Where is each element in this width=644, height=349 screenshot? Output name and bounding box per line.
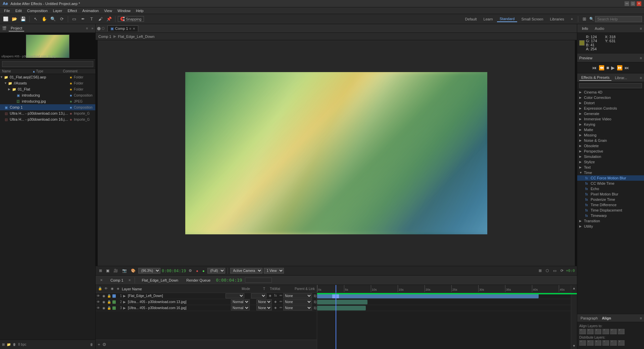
category-matte-row[interactable]: ▶ Matte — [577, 127, 644, 132]
kf-bar-2[interactable] — [317, 300, 367, 304]
viewer-reset-btn[interactable]: ⊞ — [98, 268, 103, 274]
category-generate-row[interactable]: ▶ Generate — [577, 111, 644, 116]
layer-1-parent[interactable]: None — [283, 293, 313, 298]
comp1-close[interactable]: ✕ — [133, 27, 135, 31]
layer-3-expand[interactable]: ▶ — [123, 306, 127, 310]
preview-prev-btn[interactable]: ⏪ — [599, 65, 604, 70]
menu-file[interactable]: File — [1, 8, 13, 13]
layer-2-parent[interactable]: None — [283, 299, 313, 304]
layer-row-3[interactable]: 👁 ◉ 🔒 3 ▶ [Ultra... #05 - p30download.co… — [96, 305, 317, 311]
rect-tool[interactable]: ▭ — [70, 15, 78, 23]
effect-time-difference[interactable]: fx Time Difference — [577, 202, 644, 208]
viewer-color-btn[interactable]: ● — [195, 268, 200, 274]
dist-top-btn[interactable]: ⬛ — [602, 340, 609, 346]
layer-3-trkmat-select[interactable]: None — [256, 305, 272, 310]
project-tab[interactable]: Project — [9, 25, 24, 32]
playhead[interactable] — [336, 285, 336, 293]
camera-rotate-tool[interactable]: ⟳ — [58, 15, 65, 23]
layer-2-trkmat[interactable]: None — [256, 299, 273, 304]
dist-vcenter-btn[interactable]: ⬛ — [610, 340, 617, 346]
project-item-ultra16[interactable]: ▨ Ultra H... - p30download.com 16.jpg ■I… — [0, 116, 95, 122]
viewer-region-btn[interactable]: ▭ — [552, 268, 558, 274]
layer-1-mode[interactable] — [226, 293, 246, 298]
search-input[interactable] — [595, 16, 642, 22]
timeline-collapse-btn[interactable]: ▼ — [573, 344, 576, 348]
project-item-assets[interactable]: ▼ 📁 //Assets ■Folder — [0, 80, 95, 86]
view-dropdown[interactable]: 1 View — [264, 268, 284, 274]
save-button[interactable]: 💾 — [19, 15, 27, 23]
layer-1-expand[interactable]: ▶ — [123, 294, 127, 298]
timeline-menu-icon[interactable]: ≡ — [129, 278, 131, 282]
align-menu-icon[interactable]: ≡ — [640, 316, 642, 320]
preview-first-btn[interactable]: ⏮ — [592, 65, 597, 70]
info-tab[interactable]: Info — [579, 26, 591, 31]
menu-animation[interactable]: Animation — [80, 8, 101, 13]
effects-search-input[interactable] — [579, 83, 642, 88]
project-search-input[interactable] — [2, 61, 93, 67]
layer-2-pencil-icon[interactable]: ✏ — [279, 300, 283, 304]
menu-edit[interactable]: Edit — [13, 8, 24, 13]
category-colorcorrection-row[interactable]: ▶ Color Correction — [577, 95, 644, 100]
effect-posterize-time[interactable]: fx Posterize Time — [577, 197, 644, 202]
project-item-introducing-jpg[interactable]: 🖼 introducing.jpg ■JPEG — [0, 98, 95, 104]
align-vcenter-btn[interactable]: ⬛ — [610, 329, 617, 334]
comp1-settings-icon[interactable]: ≡ — [130, 27, 132, 31]
align-right-btn[interactable]: ⬛ — [595, 329, 601, 334]
viewer-toggle[interactable]: ⊞ — [581, 15, 588, 23]
layer-ctrl-eye[interactable]: 👁 — [104, 287, 108, 291]
layer-2-eye[interactable]: 👁 — [96, 300, 101, 304]
panel-expand-arrow[interactable]: » — [91, 26, 93, 30]
layer-1-parent-select[interactable]: None — [283, 293, 312, 298]
timeline-close-btn[interactable]: ✕ — [98, 277, 105, 284]
menu-view[interactable]: View — [101, 8, 115, 13]
menu-help[interactable]: Help — [133, 8, 146, 13]
menu-layer[interactable]: Layer — [50, 8, 65, 13]
viewer-settings-btn[interactable]: ⚙ — [187, 268, 193, 274]
layer-2-link-btn[interactable]: ⛓ — [313, 300, 317, 304]
project-item-introducing[interactable]: ▣ introducing ■Composition — [0, 92, 95, 98]
audio-tab[interactable]: Audio — [592, 26, 607, 31]
libraries-tab[interactable]: Librar... — [613, 75, 629, 80]
layer-3-solo[interactable]: ◉ — [101, 306, 106, 310]
layer-3-trkmat[interactable]: None — [256, 305, 273, 310]
layer-1-link-btn[interactable]: ⛓ — [313, 294, 317, 298]
expand-assets[interactable]: ▼ — [4, 81, 7, 85]
text-tool[interactable]: T — [88, 15, 95, 23]
layer-2-parent-select[interactable]: None — [283, 299, 312, 304]
expand-01flat[interactable]: ▶ — [8, 88, 11, 91]
layer-row-1[interactable]: 👁 ◉ 🔒 1 ▶ [Flat_Edge_Left_Down] — [96, 293, 317, 299]
preview-last-btn[interactable]: ⏭ — [625, 65, 629, 70]
workspace-standard[interactable]: Standard — [497, 16, 517, 22]
category-simulation-row[interactable]: ▶ Simulation — [577, 154, 644, 159]
footer-delete-btn[interactable]: 🗑 — [13, 343, 16, 346]
expand-root[interactable]: ▼ — [0, 75, 3, 79]
preview-play-btn[interactable]: ▶ — [611, 65, 615, 70]
panel-menu-icon[interactable]: ≡ — [86, 26, 88, 30]
align-tab[interactable]: Align — [600, 315, 612, 321]
menu-effect[interactable]: Effect — [65, 8, 80, 13]
hand-tool[interactable]: ✋ — [41, 15, 48, 23]
effect-pixel-motion-blur[interactable]: fx Pixel Motion Blur — [577, 191, 644, 197]
camera-dropdown[interactable]: Active Camera — [230, 268, 262, 274]
viewer-green-btn[interactable]: ● — [201, 268, 206, 274]
workspace-default[interactable]: Default — [462, 16, 480, 22]
project-item-root[interactable]: ▼ 📁 01_Flat.aep{CS6}.aep ■Folder — [0, 74, 95, 80]
viewer-comp-btn[interactable]: ▣ — [105, 268, 111, 274]
layer-1-trkmat[interactable] — [251, 293, 268, 298]
dist-bottom-btn[interactable]: ⬛ — [618, 340, 625, 346]
layer-ctrl-lock[interactable]: 🔒 — [98, 287, 102, 291]
category-perspective-row[interactable]: ▶ Perspective — [577, 149, 644, 154]
layer-2-lock[interactable]: 🔒 — [106, 300, 112, 304]
footer-new-btn[interactable]: ⊞ — [2, 343, 5, 346]
dist-hcenter-btn[interactable]: ⬛ — [587, 340, 594, 346]
layer-3-link-btn[interactable]: ⛓ — [313, 306, 317, 310]
dist-left-btn[interactable]: ⬛ — [579, 340, 586, 346]
workspace-smallscreen[interactable]: Small Screen — [518, 16, 546, 22]
dist-right-btn[interactable]: ⬛ — [595, 340, 601, 346]
workspace-more[interactable]: » — [568, 15, 576, 23]
align-bottom-btn[interactable]: ⬛ — [618, 329, 625, 334]
layer-2-trkmat-select[interactable]: None — [256, 299, 272, 304]
timeline-tab-render[interactable]: Render Queue — [184, 278, 213, 283]
layer-3-parent[interactable]: None — [283, 305, 313, 310]
effect-echo[interactable]: fx Echo — [577, 186, 644, 191]
